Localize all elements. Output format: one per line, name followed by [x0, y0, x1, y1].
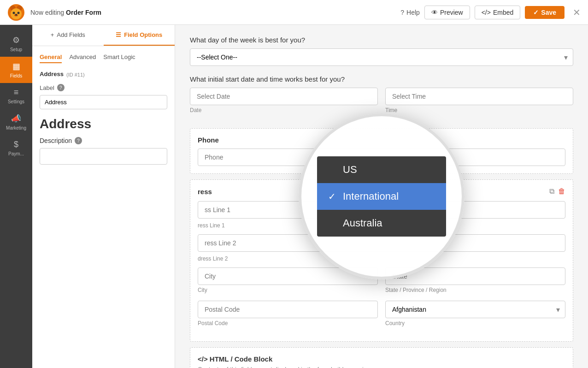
- sidebar-item-setup[interactable]: ⚙ Setup: [0, 30, 32, 57]
- field-name: Address: [40, 71, 64, 77]
- fields-icon: ▦: [12, 61, 20, 71]
- sidebar-item-label: Marketing: [6, 125, 26, 131]
- address-section-actions: ⧉ 🗑: [549, 187, 565, 196]
- label-text: Label: [40, 84, 54, 91]
- australia-label: Australia: [343, 217, 382, 229]
- svg-point-7: [15, 14, 17, 16]
- sidebar-item-marketing[interactable]: 📣 Marketing: [0, 109, 32, 135]
- description-text: Description: [40, 137, 72, 144]
- save-button[interactable]: ✓ Save: [525, 6, 564, 19]
- sub-tab-advanced[interactable]: Advanced: [69, 53, 96, 63]
- html-note: Contents of this field are not displayed…: [198, 366, 565, 368]
- copy-button[interactable]: ⧉: [549, 187, 554, 196]
- add-fields-icon: +: [51, 31, 54, 38]
- form-content: What day of the week is best for you? --…: [175, 25, 588, 368]
- field-options-icon: ☰: [116, 31, 121, 38]
- save-check-icon: ✓: [533, 9, 539, 16]
- weekday-select[interactable]: --Select One--: [190, 48, 573, 66]
- tab-field-options[interactable]: ☰ Field Options: [104, 25, 175, 46]
- date-input[interactable]: [190, 88, 378, 105]
- weekday-section: What day of the week is best for you? --…: [190, 36, 573, 66]
- left-sidebar: ⚙ Setup ▦ Fields ≡ Settings 📣 Marketing …: [0, 25, 32, 368]
- address-title: ress: [198, 188, 212, 196]
- page-title: Now editing Order Form: [30, 9, 395, 16]
- close-button[interactable]: ✕: [573, 7, 581, 18]
- sidebar-item-label: Fields: [10, 73, 23, 78]
- address-preview: Address: [40, 117, 167, 131]
- weekday-question: What day of the week is best for you?: [190, 36, 573, 44]
- state-label: State / Province / Region: [385, 287, 565, 293]
- postal-input[interactable]: [198, 301, 378, 318]
- international-label: International: [343, 190, 399, 202]
- setup-icon: ⚙: [12, 35, 20, 45]
- sidebar-item-fields[interactable]: ▦ Fields: [0, 57, 32, 83]
- dropdown-item-international[interactable]: ✓ International: [317, 183, 446, 210]
- dropdown-item-us[interactable]: US: [317, 156, 446, 183]
- date-field: Date: [190, 88, 378, 119]
- tab-add-fields[interactable]: + Add Fields: [32, 25, 104, 46]
- sub-tab-smart-logic[interactable]: Smart Logic: [103, 53, 135, 63]
- description-label-section: Description ?: [40, 137, 167, 144]
- datetime-section: What initial start date and time works b…: [190, 75, 573, 119]
- country-field: Afghanistan Country: [385, 301, 565, 332]
- time-field: Time: [385, 88, 573, 119]
- top-bar: Now editing Order Form ? Help 👁 Preview …: [0, 0, 588, 25]
- top-bar-actions: ? Help 👁 Preview </> Embed ✓ Save ✕: [400, 6, 581, 19]
- sidebar-item-label: Setup: [10, 47, 22, 52]
- tab-label: Add Fields: [57, 31, 85, 38]
- sidebar-item-payments[interactable]: $ Paym...: [0, 135, 32, 161]
- description-hint-icon: ?: [75, 137, 82, 144]
- svg-point-5: [18, 12, 20, 14]
- international-checkmark: ✓: [328, 191, 337, 202]
- magnifier-circle: US ✓ International Australia: [299, 113, 465, 279]
- help-icon: ?: [400, 9, 404, 16]
- postal-field: Postal Code: [198, 301, 378, 332]
- embed-button[interactable]: </> Embed: [475, 6, 521, 19]
- sidebar-item-label: Paym...: [8, 151, 24, 156]
- date-label: Date: [190, 107, 378, 113]
- preview-icon: 👁: [431, 9, 438, 16]
- sidebar-item-label: Settings: [8, 99, 24, 104]
- settings-icon: ≡: [14, 88, 19, 97]
- help-button[interactable]: ? Help: [400, 9, 420, 16]
- field-id: (ID #11): [66, 72, 85, 77]
- label-hint-icon: ?: [57, 84, 65, 91]
- dropdown-item-australia[interactable]: Australia: [317, 210, 446, 237]
- sub-tabs: General Advanced Smart Logic: [40, 53, 167, 63]
- postal-label: Postal Code: [198, 320, 378, 326]
- city-label: City: [198, 287, 378, 293]
- sidebar-item-settings[interactable]: ≡ Settings: [0, 83, 32, 109]
- svg-point-4: [13, 12, 15, 14]
- main-layout: ⚙ Setup ▦ Fields ≡ Settings 📣 Marketing …: [0, 25, 588, 368]
- dropdown-menu: US ✓ International Australia: [317, 156, 446, 237]
- field-panel-tabs: + Add Fields ☰ Field Options: [32, 25, 175, 46]
- description-input[interactable]: [40, 148, 167, 165]
- app-logo: [7, 4, 25, 21]
- country-label: Country: [385, 320, 565, 326]
- payments-icon: $: [14, 140, 18, 149]
- tab-label: Field Options: [124, 31, 162, 38]
- sub-tab-general[interactable]: General: [40, 53, 62, 63]
- us-label: US: [343, 164, 357, 176]
- label-input[interactable]: [40, 95, 167, 109]
- field-panel-body: General Advanced Smart Logic Address (ID…: [32, 46, 175, 368]
- field-label-section: Address (ID #11): [40, 71, 167, 78]
- datetime-question: What initial start date and time works b…: [190, 75, 573, 83]
- html-section: </> HTML / Code Block Contents of this f…: [190, 347, 573, 368]
- weekday-select-wrapper: --Select One--: [190, 48, 573, 66]
- delete-button[interactable]: 🗑: [558, 187, 565, 196]
- country-select[interactable]: Afghanistan: [385, 301, 565, 318]
- preview-button[interactable]: 👁 Preview: [424, 6, 470, 19]
- time-label: Time: [385, 107, 573, 113]
- embed-icon: </>: [482, 9, 491, 16]
- marketing-icon: 📣: [11, 113, 21, 124]
- field-panel: + Add Fields ☰ Field Options General Adv…: [32, 25, 175, 368]
- time-input[interactable]: [385, 88, 573, 105]
- postal-country-row: Postal Code Afghanistan Country: [198, 301, 565, 332]
- label-row: Label ?: [40, 84, 167, 91]
- html-title: </> HTML / Code Block: [198, 355, 565, 363]
